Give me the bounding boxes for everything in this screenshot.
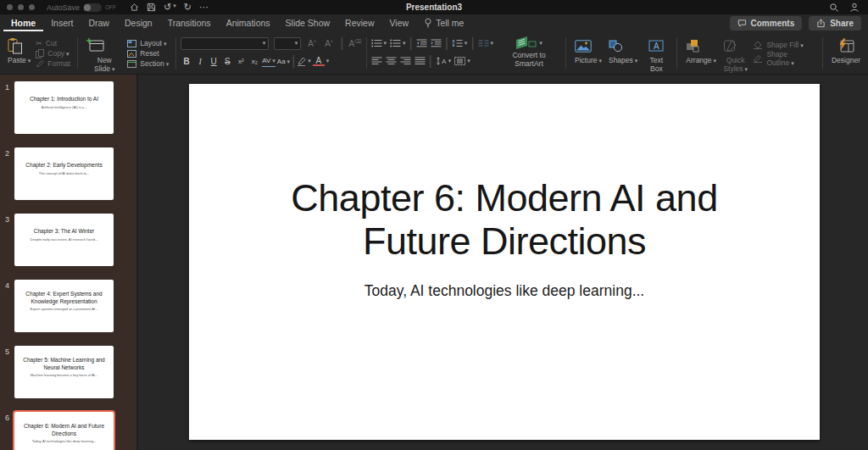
character-spacing-button[interactable]: AV [262, 55, 275, 67]
more-toolbar-button[interactable]: ⋯ [199, 3, 209, 12]
layout-button[interactable]: Layout [127, 38, 169, 48]
tab-animations[interactable]: Animations [219, 15, 278, 31]
text-box-label: Text Box [644, 57, 668, 74]
thumbnail-slide-2[interactable]: 2 Chapter 2: Early Developments The conc… [0, 147, 136, 200]
convert-to-smartart-button[interactable] [515, 36, 542, 50]
save-icon[interactable] [147, 3, 156, 12]
designer-icon [837, 36, 855, 55]
text-box-button[interactable]: A Text Box [641, 35, 671, 75]
new-slide-button[interactable]: New Slide [83, 35, 125, 75]
thumbnail-slide-3[interactable]: 3 Chapter 3: The AI Winter Despite early… [0, 214, 136, 266]
thumbnail-slide-1[interactable]: 1 Chapter 1: Introduction to AI Artifici… [0, 81, 136, 134]
bullets-button[interactable] [371, 39, 387, 47]
close-window-button[interactable] [7, 4, 13, 10]
picture-label: Picture [575, 57, 602, 65]
text-direction-button[interactable]: A [436, 57, 452, 65]
designer-button[interactable]: Designer [828, 35, 864, 67]
account-icon[interactable] [849, 3, 860, 13]
thumbnail-slide-4[interactable]: 4 Chapter 4: Expert Systems and Knowledg… [0, 280, 136, 332]
thumb-title: Chapter 6: Modern AI and Future Directio… [20, 423, 108, 437]
lightbulb-icon [424, 18, 432, 28]
thumb-subtitle: Machine learning became a key focus of A… [20, 373, 108, 377]
grow-font-button[interactable]: A˄ [306, 36, 318, 49]
section-button[interactable]: Section [127, 58, 169, 69]
strikethrough-button[interactable]: S [221, 56, 233, 67]
thumbnail-card[interactable]: Chapter 4: Expert Systems and Knowledge … [14, 280, 114, 332]
align-center-button[interactable] [386, 57, 397, 65]
redo-button[interactable]: ↻ [184, 3, 192, 12]
thumbnail-card[interactable]: Chapter 3: The AI Winter Despite early s… [14, 214, 114, 266]
shape-fill-button[interactable]: Shape Fill [753, 40, 815, 51]
font-size-combo[interactable] [274, 37, 301, 50]
home-icon[interactable] [130, 3, 139, 12]
superscript-button[interactable]: x² [235, 56, 247, 67]
autosave-knob [84, 4, 91, 11]
format-painter-button[interactable]: Format [36, 58, 70, 69]
reset-button[interactable]: Reset [127, 48, 169, 58]
underline-button[interactable]: U [208, 56, 220, 67]
new-slide-label: New Slide [86, 57, 122, 74]
current-slide[interactable]: Chapter 6: Modern AI and Future Directio… [189, 84, 820, 440]
minimize-window-button[interactable] [18, 4, 24, 10]
decrease-indent-button[interactable] [416, 39, 427, 47]
tab-home[interactable]: Home [3, 15, 43, 31]
tab-view[interactable]: View [382, 15, 417, 31]
zoom-window-button[interactable] [29, 4, 35, 10]
thumbnail-slide-5[interactable]: 5 Chapter 5: Machine Learning and Neural… [0, 346, 136, 398]
tab-design[interactable]: Design [117, 15, 160, 31]
autosave-switch[interactable] [83, 3, 102, 12]
thumbnail-slide-6-selected[interactable]: 6 Chapter 6: Modern AI and Future Direct… [0, 412, 136, 450]
quick-styles-button[interactable]: Quick Styles [720, 35, 751, 75]
slide-subtitle-textbox[interactable]: Today, AI technologies like deep learnin… [189, 282, 820, 300]
justify-button[interactable] [415, 57, 426, 65]
slide-thumbnail-panel[interactable]: 1 Chapter 1: Introduction to AI Artifici… [0, 75, 138, 450]
tab-tell-me[interactable]: Tell me [416, 15, 471, 31]
picture-button[interactable]: Picture [571, 35, 605, 67]
arrange-button[interactable]: Arrange [682, 35, 720, 67]
tab-slide-show[interactable]: Slide Show [278, 15, 338, 31]
tab-insert[interactable]: Insert [43, 15, 81, 31]
convert-to-smartart-label: Convert to SmartArt [498, 51, 560, 68]
slide-title-textbox[interactable]: Chapter 6: Modern AI and Future Directio… [242, 177, 767, 264]
reset-icon [127, 50, 136, 58]
shape-outline-button[interactable]: Shape Outline [753, 53, 815, 64]
clear-formatting-button[interactable]: A⌫ [348, 36, 361, 49]
ribbon: Paste ✂ Cut Copy Format [0, 32, 868, 75]
paste-button[interactable]: Paste [4, 35, 34, 67]
font-color-button[interactable]: A [313, 57, 330, 66]
copy-button[interactable]: Copy [36, 48, 70, 58]
tab-review[interactable]: Review [337, 15, 381, 31]
thumbnail-card[interactable]: Chapter 6: Modern AI and Future Directio… [13, 410, 115, 450]
share-icon [816, 19, 826, 28]
smartart-icon [515, 36, 537, 50]
window-controls[interactable] [7, 4, 35, 10]
change-case-button[interactable]: Aa [277, 56, 290, 67]
columns-button[interactable] [478, 39, 494, 47]
align-text-button[interactable] [454, 57, 470, 65]
numbering-button[interactable] [390, 39, 406, 47]
highlight-color-button[interactable] [297, 57, 311, 66]
italic-button[interactable]: I [194, 56, 206, 67]
shapes-button[interactable]: Shapes [605, 35, 641, 67]
undo-button[interactable]: ↺ [164, 3, 176, 12]
autosave-toggle[interactable]: AutoSave OFF [47, 3, 116, 12]
increase-indent-button[interactable] [431, 39, 442, 47]
shrink-font-button[interactable]: A˅ [323, 36, 335, 49]
tab-transitions[interactable]: Transitions [160, 15, 219, 31]
slide-number: 4 [0, 280, 14, 332]
line-spacing-button[interactable] [452, 39, 468, 47]
bold-button[interactable]: B [181, 56, 192, 67]
align-right-button[interactable] [400, 57, 411, 65]
cut-button[interactable]: ✂ Cut [36, 38, 70, 48]
comments-button[interactable]: Comments [730, 16, 803, 31]
search-icon[interactable] [829, 3, 839, 13]
thumbnail-card[interactable]: Chapter 5: Machine Learning and Neural N… [14, 346, 114, 398]
align-left-button[interactable] [371, 57, 382, 65]
new-slide-icon [86, 36, 105, 55]
subscript-button[interactable]: x₂ [248, 56, 260, 67]
thumbnail-card[interactable]: Chapter 1: Introduction to AI Artificial… [14, 81, 114, 134]
thumbnail-card[interactable]: Chapter 2: Early Developments The concep… [14, 147, 114, 200]
share-button[interactable]: Share [809, 16, 861, 31]
tab-draw[interactable]: Draw [81, 15, 117, 31]
font-name-combo[interactable] [181, 37, 269, 50]
